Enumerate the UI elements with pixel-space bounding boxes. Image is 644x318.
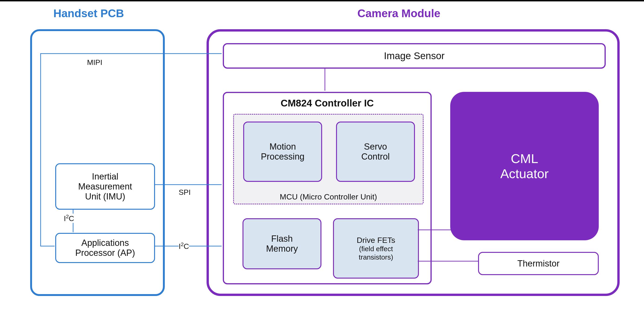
bus-label-i2c-ap: I2C — [179, 242, 189, 251]
ap-label: ApplicationsProcessor (AP) — [75, 238, 135, 258]
motion-processing-label: MotionProcessing — [261, 142, 304, 162]
mcu-label: MCU (Micro Controller Unit) — [234, 192, 423, 201]
flash-memory-label: FlashMemory — [266, 234, 298, 254]
thermistor-label: Thermistor — [517, 259, 560, 269]
controller-ic-block: CM824 Controller IC MotionProcessing Ser… — [223, 92, 432, 284]
servo-control-block: ServoControl — [336, 122, 415, 182]
controller-ic-title: CM824 Controller IC — [224, 98, 430, 109]
bus-label-spi: SPI — [179, 188, 191, 197]
motion-processing-block: MotionProcessing — [243, 122, 322, 182]
drive-fets-label: Drive FETs — [357, 235, 395, 245]
cml-actuator-block: CMLActuator — [450, 92, 599, 240]
thermistor-block: Thermistor — [478, 252, 599, 275]
bus-label-i2c-imu: I2C — [64, 214, 74, 223]
imu-label: InertialMeasurementUnit (IMU) — [78, 172, 132, 202]
flash-memory-block: FlashMemory — [242, 218, 322, 269]
ap-block: ApplicationsProcessor (AP) — [55, 233, 155, 263]
image-sensor-block: Image Sensor — [223, 43, 606, 69]
handset-pcb-container: InertialMeasurementUnit (IMU) Applicatio… — [30, 29, 165, 296]
bus-label-mipi: MIPI — [87, 58, 102, 67]
imu-block: InertialMeasurementUnit (IMU) — [55, 163, 155, 210]
camera-module-container: Image Sensor CM824 Controller IC MotionP… — [206, 29, 620, 296]
servo-control-label: ServoControl — [361, 142, 390, 162]
title-camera-module: Camera Module — [358, 7, 440, 20]
cml-actuator-label: CMLActuator — [500, 151, 549, 181]
drive-fets-block: Drive FETs (field effecttransistors) — [333, 218, 419, 279]
title-handset-pcb: Handset PCB — [54, 7, 124, 20]
image-sensor-label: Image Sensor — [384, 50, 444, 61]
drive-fets-sublabel: (field effecttransistors) — [357, 245, 395, 261]
mcu-box: MotionProcessing ServoControl MCU (Micro… — [233, 114, 424, 204]
